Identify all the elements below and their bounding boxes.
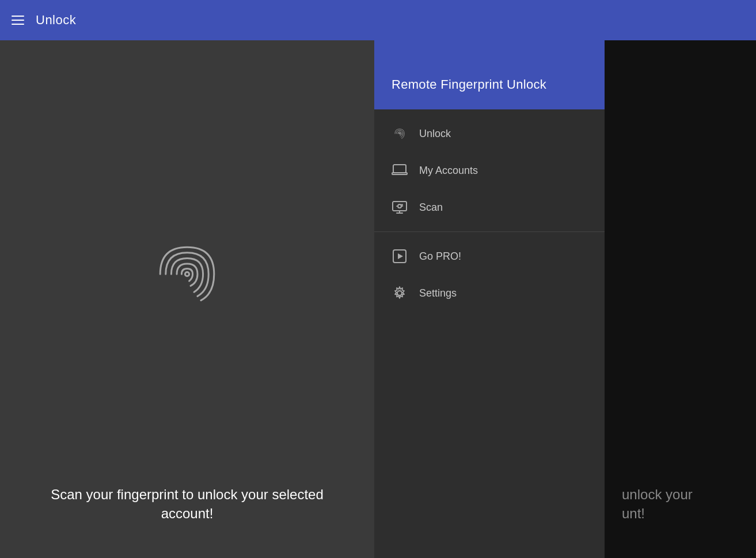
nav-label-scan: Scan [419, 202, 443, 214]
right-overlay-panel: unlock yourunt! [605, 40, 756, 558]
nav-item-settings[interactable]: Settings [374, 275, 605, 312]
nav-label-unlock: Unlock [419, 128, 451, 140]
play-store-nav-icon [392, 248, 408, 264]
fingerprint-graphic [153, 240, 222, 309]
laptop-nav-icon [392, 162, 408, 179]
nav-item-scan[interactable]: Scan [374, 189, 605, 226]
app-title: Unlock [36, 13, 76, 28]
svg-point-0 [185, 272, 189, 276]
gear-nav-icon [392, 285, 408, 301]
main-content: Scan your fingerprint to unlock your sel… [0, 40, 756, 558]
hamburger-menu-button[interactable] [12, 16, 24, 25]
nav-label-my-accounts: My Accounts [419, 165, 478, 177]
svg-point-12 [397, 291, 402, 295]
nav-item-my-accounts[interactable]: My Accounts [374, 152, 605, 189]
nav-item-unlock[interactable]: Unlock [374, 115, 605, 152]
nav-item-go-pro[interactable]: Go PRO! [374, 238, 605, 275]
svg-rect-3 [392, 173, 407, 174]
fingerprint-nav-icon [392, 126, 408, 142]
side-nav-drawer: Remote Fingerprint Unlock Unlock [374, 40, 605, 558]
svg-point-1 [399, 133, 400, 134]
left-panel: Scan your fingerprint to unlock your sel… [0, 40, 374, 558]
top-bar: Unlock [0, 0, 756, 40]
svg-rect-2 [393, 165, 406, 173]
fingerprint-icon [153, 63, 222, 485]
nav-label-settings: Settings [419, 287, 457, 299]
nav-items-bottom-group: Go PRO! Settings [374, 232, 605, 317]
right-panel-text: unlock yourunt! [622, 485, 739, 523]
scan-nav-icon [392, 199, 408, 215]
side-nav-title: Remote Fingerprint Unlock [392, 77, 546, 92]
svg-marker-11 [398, 253, 403, 259]
nav-items-top-group: Unlock My Accounts [374, 109, 605, 232]
side-nav-header: Remote Fingerprint Unlock [374, 40, 605, 109]
nav-label-go-pro: Go PRO! [419, 250, 461, 263]
svg-point-7 [398, 204, 401, 208]
scan-instruction: Scan your fingerprint to unlock your sel… [17, 485, 357, 523]
svg-rect-4 [393, 202, 407, 211]
